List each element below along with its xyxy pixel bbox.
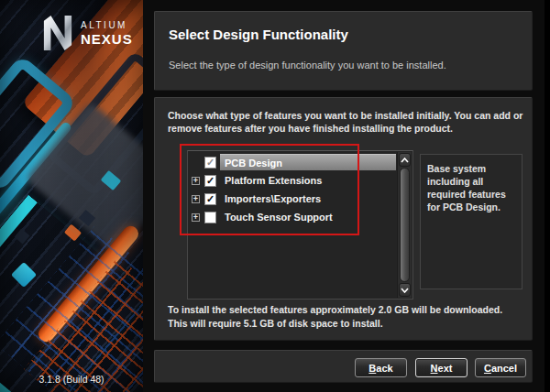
page-title: Select Design Functionality [169,27,348,42]
chevron-up-icon [401,158,409,163]
main-area: Select Design Functionality Select the t… [143,0,544,392]
page-subtitle: Select the type of design functionality … [169,60,446,71]
header-panel: Select Design Functionality Select the t… [154,11,533,91]
feature-list: + ✓ PCB Design + ✓ Platform Extensions +… [189,153,396,226]
check-icon: ✓ [206,158,214,168]
check-icon: ✓ [206,194,214,204]
download-size-text: To install the selected features approxi… [168,304,502,315]
scrollbar-thumb[interactable] [400,168,410,282]
feature-row[interactable]: + ✓ PCB Design [189,153,396,171]
feature-row[interactable]: + ✓ Importers\Exporters [189,190,396,208]
check-icon: ✓ [206,176,214,186]
feature-row[interactable]: + Touch Sensor Support [189,208,396,226]
back-button[interactable]: Back [355,358,407,377]
scroll-up-button[interactable] [399,153,411,167]
feature-label: PCB Design [220,154,396,170]
intro-text: Choose what type of features you want to… [168,109,523,135]
feature-checkbox[interactable]: ✓ [204,157,216,169]
content-panel: Choose what type of features you want to… [154,97,533,341]
feature-label: Platform Extensions [220,172,396,189]
expand-plus-icon[interactable]: + [192,195,200,203]
brand-altium: ALTIUM [81,20,133,30]
nexus-n-icon [42,15,73,51]
chevron-down-icon [401,288,409,293]
feature-description: Base system including all required featu… [427,162,515,213]
feature-row[interactable]: + ✓ Platform Extensions [189,171,396,190]
feature-label: Touch Sensor Support [220,209,396,225]
feature-listbox[interactable]: + ✓ PCB Design + ✓ Platform Extensions +… [187,150,413,299]
art-vignette [0,0,143,392]
feature-checkbox[interactable]: ✓ [204,193,216,205]
next-button[interactable]: Next [415,358,468,377]
altium-nexus-logo: ALTIUM NEXUS [42,15,133,51]
button-panel: Back Next Cancel [154,350,533,383]
sidebar-artwork: ALTIUM NEXUS 3.1.8 (Build 48) [0,0,143,392]
version-label: 3.1.8 (Build 48) [0,374,143,385]
feature-checkbox[interactable]: ✓ [204,175,216,187]
cancel-button[interactable]: Cancel [475,358,526,377]
list-scrollbar[interactable] [397,152,412,298]
feature-label: Importers\Exporters [220,191,396,207]
brand-nexus: NEXUS [81,31,133,47]
installer-window: ALTIUM NEXUS 3.1.8 (Build 48) Select Des… [0,0,550,392]
feature-checkbox[interactable] [204,212,216,223]
expand-plus-icon[interactable]: + [192,177,200,185]
disk-space-text: This will require 5.1 GB of disk space t… [168,318,383,329]
feature-description-box: Base system including all required featu… [420,154,522,289]
brand-text: ALTIUM NEXUS [81,20,133,47]
expand-plus-icon[interactable]: + [192,213,200,222]
scroll-down-button[interactable] [399,283,411,297]
